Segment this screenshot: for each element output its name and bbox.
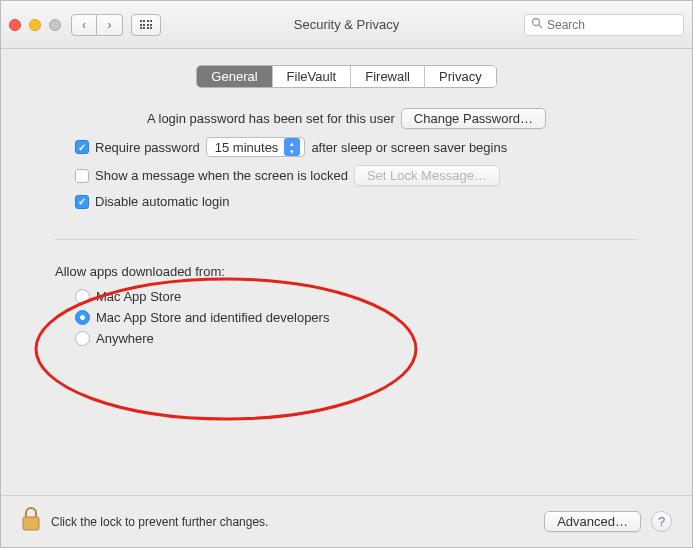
bottom-bar: Click the lock to prevent further change… xyxy=(1,495,692,547)
titlebar: ‹ › Security & Privacy xyxy=(1,1,692,49)
require-delay-select[interactable]: 15 minutes xyxy=(206,137,306,157)
window-title: Security & Privacy xyxy=(294,17,399,32)
lock-icon[interactable] xyxy=(21,507,41,536)
radio-icon xyxy=(75,331,90,346)
search-input[interactable] xyxy=(547,18,677,32)
divider xyxy=(55,239,638,240)
tab-segment: General FileVault Firewall Privacy xyxy=(196,65,496,88)
svg-line-1 xyxy=(539,25,542,28)
gatekeeper-option-label: Mac App Store xyxy=(96,289,181,304)
login-password-row: A login password has been set for this u… xyxy=(55,108,638,129)
grid-icon xyxy=(140,20,153,29)
show-all-button[interactable] xyxy=(131,14,161,36)
gatekeeper-radio-group: Mac App Store Mac App Store and identifi… xyxy=(75,289,638,346)
require-delay-value: 15 minutes xyxy=(215,140,279,155)
disable-auto-label: Disable automatic login xyxy=(95,194,229,209)
search-icon xyxy=(531,17,543,32)
gatekeeper-title: Allow apps downloaded from: xyxy=(55,264,638,279)
nav-group: ‹ › xyxy=(71,14,123,36)
gatekeeper-option-identified[interactable]: Mac App Store and identified developers xyxy=(75,310,638,325)
svg-point-0 xyxy=(533,19,540,26)
radio-icon xyxy=(75,310,90,325)
gatekeeper-option-label: Mac App Store and identified developers xyxy=(96,310,329,325)
tab-firewall[interactable]: Firewall xyxy=(351,66,425,87)
require-password-checkbox[interactable] xyxy=(75,140,89,154)
gatekeeper-option-label: Anywhere xyxy=(96,331,154,346)
require-password-label: Require password xyxy=(95,140,200,155)
require-after-label: after sleep or screen saver begins xyxy=(311,140,507,155)
help-icon: ? xyxy=(658,514,665,529)
radio-icon xyxy=(75,289,90,304)
forward-button[interactable]: › xyxy=(97,14,123,36)
tabs: General FileVault Firewall Privacy xyxy=(1,65,692,88)
svg-rect-3 xyxy=(23,517,39,530)
disable-auto-login-checkbox[interactable] xyxy=(75,195,89,209)
lock-text: Click the lock to prevent further change… xyxy=(51,515,268,529)
minimize-icon[interactable] xyxy=(29,19,41,31)
maximize-icon xyxy=(49,19,61,31)
help-button[interactable]: ? xyxy=(651,511,672,532)
show-message-row: Show a message when the screen is locked… xyxy=(75,165,638,186)
advanced-button[interactable]: Advanced… xyxy=(544,511,641,532)
close-icon[interactable] xyxy=(9,19,21,31)
tab-privacy[interactable]: Privacy xyxy=(425,66,496,87)
chevron-right-icon: › xyxy=(108,18,112,32)
window: ‹ › Security & Privacy General FileVault xyxy=(0,0,693,548)
require-password-row: Require password 15 minutes after sleep … xyxy=(75,137,638,157)
back-button[interactable]: ‹ xyxy=(71,14,97,36)
stepper-icon xyxy=(284,138,300,156)
disable-auto-row: Disable automatic login xyxy=(75,194,638,209)
chevron-left-icon: ‹ xyxy=(82,18,86,32)
traffic-lights xyxy=(9,19,61,31)
gatekeeper-option-anywhere[interactable]: Anywhere xyxy=(75,331,638,346)
show-message-label: Show a message when the screen is locked xyxy=(95,168,348,183)
tab-general[interactable]: General xyxy=(197,66,272,87)
login-intro-label: A login password has been set for this u… xyxy=(147,111,395,126)
content: A login password has been set for this u… xyxy=(1,88,692,362)
show-message-checkbox[interactable] xyxy=(75,169,89,183)
search-field[interactable] xyxy=(524,14,684,36)
change-password-button[interactable]: Change Password… xyxy=(401,108,546,129)
set-lock-message-button: Set Lock Message… xyxy=(354,165,500,186)
tab-filevault[interactable]: FileVault xyxy=(273,66,352,87)
bottom-right: Advanced… ? xyxy=(544,511,672,532)
gatekeeper-option-appstore[interactable]: Mac App Store xyxy=(75,289,638,304)
